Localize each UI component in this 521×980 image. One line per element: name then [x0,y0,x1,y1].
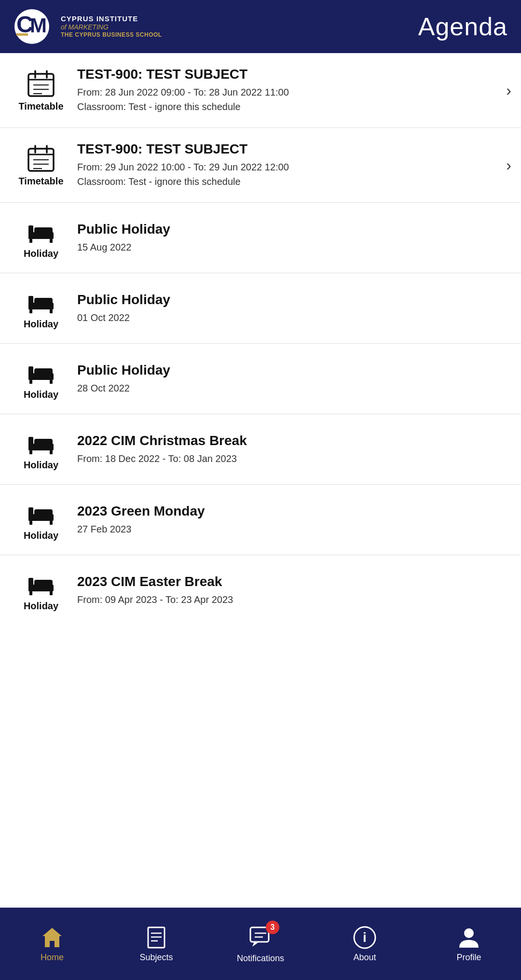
item-content: 2023 CIM Easter Break From: 09 Apr 2023 … [72,574,511,607]
item-icon-container: Timetable [10,69,72,112]
agenda-list: Timetable TEST-900: TEST SUBJECT From: 2… [0,53,521,908]
item-title: 2022 CIM Christmas Break [77,433,511,448]
item-content: Public Holiday 15 Aug 2022 [72,222,511,254]
item-details: From: 09 Apr 2023 - To: 23 Apr 2023 [77,592,511,607]
item-details: 15 Aug 2022 [77,240,511,254]
timetable-icon [27,144,55,173]
svg-rect-3 [16,33,28,36]
nav-label-home: Home [41,952,64,963]
nav-item-subjects[interactable]: Subjects [104,908,208,980]
item-icon-container: Holiday [10,216,72,259]
holiday-icon [27,216,55,245]
home-icon [40,925,64,950]
item-icon-label: Timetable [19,176,64,187]
svg-rect-36 [29,450,32,454]
svg-rect-41 [29,521,32,525]
svg-rect-29 [28,366,33,380]
svg-rect-34 [28,437,33,450]
item-content: 2023 Green Monday 27 Feb 2023 [72,504,511,536]
svg-rect-25 [34,298,53,307]
svg-text:M: M [30,14,47,37]
nav-item-notifications[interactable]: 3 Notifications [208,908,313,980]
svg-rect-46 [29,591,32,595]
item-content: 2022 CIM Christmas Break From: 18 Dec 20… [72,433,511,466]
logo-icon: C M [14,7,57,46]
holiday-icon [27,357,55,386]
item-content: TEST-900: TEST SUBJECT From: 29 Jun 2022… [72,141,501,189]
nav-label-about: About [353,952,376,963]
svg-rect-21 [29,239,32,243]
item-icon-label: Holiday [24,389,58,400]
nav-item-profile[interactable]: Profile [417,908,521,980]
nav-item-about[interactable]: i About [313,908,417,980]
nav-label-notifications: Notifications [237,953,284,964]
svg-rect-37 [50,450,53,454]
agenda-item[interactable]: Timetable TEST-900: TEST SUBJECT From: 2… [0,128,521,203]
agenda-item: Holiday Public Holiday 15 Aug 2022 [0,203,521,273]
item-details: 01 Oct 2022 [77,310,511,325]
about-icon: i [353,925,377,950]
item-content: TEST-900: TEST SUBJECT From: 28 Jun 2022… [72,67,501,114]
svg-rect-40 [34,509,53,518]
item-details: From: 28 Jun 2022 09:00 - To: 28 Jun 202… [77,85,501,114]
svg-rect-44 [28,578,33,591]
item-icon-label: Holiday [24,460,58,471]
item-icon-container: Holiday [10,428,72,471]
svg-rect-31 [29,380,32,384]
item-icon-label: Holiday [24,248,58,259]
nav-item-home[interactable]: Home [0,908,104,980]
holiday-icon [27,498,55,527]
svg-rect-19 [28,225,33,239]
logo: C M CYPRUS INSTITUTE of MARKETING THE CY… [14,7,162,46]
item-icon-container: Timetable [10,144,72,187]
agenda-item: Holiday 2023 CIM Easter Break From: 09 A… [0,555,521,625]
item-icon-container: Holiday [10,357,72,400]
svg-rect-20 [34,227,53,236]
svg-rect-47 [50,591,53,595]
svg-rect-24 [28,296,33,309]
svg-rect-26 [29,309,32,313]
svg-rect-32 [50,380,53,384]
item-title: 2023 Green Monday [77,504,511,519]
item-icon-label: Holiday [24,319,58,330]
item-content: Public Holiday 28 Oct 2022 [72,363,511,395]
item-details: From: 29 Jun 2022 10:00 - To: 29 Jun 202… [77,160,501,189]
svg-rect-30 [34,368,53,377]
holiday-icon [27,287,55,316]
item-details: 28 Oct 2022 [77,381,511,395]
timetable-icon [27,69,55,98]
agenda-item: Holiday 2023 Green Monday 27 Feb 2023 [0,485,521,555]
item-icon-label: Holiday [24,530,58,541]
item-title: TEST-900: TEST SUBJECT [77,141,501,157]
item-icon-label: Timetable [19,101,64,112]
svg-marker-48 [42,928,62,947]
holiday-icon [27,428,55,457]
agenda-item: Holiday Public Holiday 28 Oct 2022 [0,344,521,414]
notification-badge-wrapper: 3 [248,924,273,951]
svg-rect-45 [34,580,53,588]
svg-rect-22 [50,239,53,243]
item-icon-container: Holiday [10,498,72,541]
item-title: Public Holiday [77,222,511,237]
notification-count: 3 [266,921,279,934]
page-title: Agenda [418,12,507,41]
svg-rect-42 [50,521,53,525]
item-icon-label: Holiday [24,601,58,612]
logo-text: CYPRUS INSTITUTE of MARKETING THE CYPRUS… [61,14,162,38]
agenda-item: Holiday Public Holiday 01 Oct 2022 [0,273,521,344]
item-details: 27 Feb 2023 [77,522,511,536]
holiday-icon [27,569,55,598]
agenda-item[interactable]: Timetable TEST-900: TEST SUBJECT From: 2… [0,53,521,128]
item-title: Public Holiday [77,363,511,378]
svg-rect-27 [50,309,53,313]
nav-label-subjects: Subjects [139,952,173,963]
item-title: Public Holiday [77,292,511,308]
chevron-right-icon: › [501,82,511,99]
item-icon-container: Holiday [10,569,72,612]
bottom-nav: Home Subjects 3 Notifications i [0,908,521,980]
svg-text:i: i [363,930,367,945]
svg-point-59 [464,928,474,938]
item-title: TEST-900: TEST SUBJECT [77,67,501,82]
item-details: From: 18 Dec 2022 - To: 08 Jan 2023 [77,451,511,466]
svg-rect-35 [34,439,53,448]
